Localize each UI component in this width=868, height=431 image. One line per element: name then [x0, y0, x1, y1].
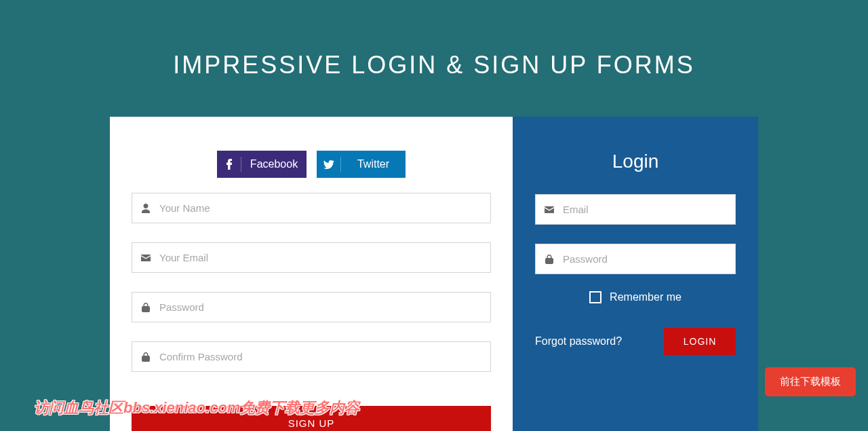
twitter-label: Twitter	[341, 158, 406, 170]
remember-label: Remember me	[610, 291, 682, 303]
signup-password-input[interactable]	[159, 293, 490, 322]
signup-email-input[interactable]	[159, 243, 490, 272]
signup-email-group	[132, 242, 491, 273]
signup-name-group	[132, 193, 491, 223]
login-heading: Login	[535, 151, 736, 172]
lock-icon	[536, 255, 563, 264]
signup-confirm-group	[132, 341, 491, 372]
mail-icon	[132, 255, 159, 261]
forgot-password-link[interactable]: Forgot password?	[535, 335, 622, 348]
mail-icon	[536, 206, 563, 213]
social-buttons-row: Facebook Twitter	[132, 151, 491, 178]
signup-submit-button[interactable]: SIGN UP	[132, 406, 491, 431]
lock-icon	[132, 352, 159, 362]
signup-panel: Facebook Twitter	[110, 117, 513, 431]
signup-password-group	[132, 292, 491, 322]
lock-icon	[132, 303, 159, 312]
signup-name-input[interactable]	[159, 193, 490, 223]
remember-checkbox[interactable]	[589, 291, 601, 303]
login-actions: Forgot password? LOGIN	[535, 328, 736, 355]
download-template-button[interactable]: 前往下载模板	[765, 367, 856, 396]
login-email-input[interactable]	[563, 195, 735, 224]
facebook-icon	[217, 157, 241, 172]
twitter-icon	[317, 157, 341, 172]
login-panel: Login Remember me Forgot password? LOGIN	[513, 117, 758, 431]
form-container: Facebook Twitter	[110, 117, 758, 431]
user-icon	[132, 204, 159, 213]
facebook-button[interactable]: Facebook	[217, 151, 307, 178]
signup-confirm-input[interactable]	[159, 342, 490, 371]
remember-row: Remember me	[535, 291, 736, 303]
login-password-input[interactable]	[563, 244, 735, 274]
login-submit-button[interactable]: LOGIN	[664, 328, 736, 355]
login-email-group	[535, 194, 736, 225]
twitter-button[interactable]: Twitter	[317, 151, 406, 178]
login-password-group	[535, 244, 736, 274]
facebook-label: Facebook	[241, 158, 307, 170]
page-title: IMPRESSIVE LOGIN & SIGN UP FORMS	[0, 0, 868, 117]
